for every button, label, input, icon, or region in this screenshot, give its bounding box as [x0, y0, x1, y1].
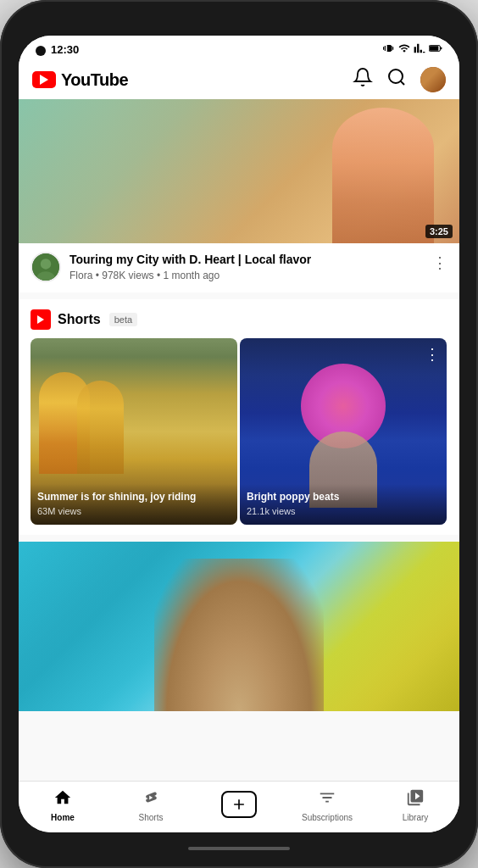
shorts-grid: Summer is for shining, joy riding 63M vi…	[19, 338, 459, 525]
short-2-views: 21.1k views	[247, 506, 440, 516]
svg-rect-1	[440, 47, 442, 50]
yt-logo-text: YouTube	[61, 70, 128, 90]
video-card[interactable]: 3:25 Touring my City with D. Heart | Loc…	[19, 99, 459, 292]
phone-frame: 12:30 YouTube	[0, 0, 478, 868]
camera-notch	[36, 46, 46, 56]
home-indicator	[188, 847, 290, 850]
short-card-1[interactable]: Summer is for shining, joy riding 63M vi…	[31, 338, 237, 525]
app-header: YouTube	[19, 60, 459, 99]
phone-screen: 12:30 YouTube	[19, 36, 459, 832]
shorts-label: Shorts	[139, 813, 164, 822]
vibrate-icon	[383, 42, 395, 57]
svg-point-3	[389, 70, 403, 83]
library-icon	[406, 788, 425, 810]
subscriptions-label: Subscriptions	[302, 813, 353, 822]
large-thumb-person	[154, 559, 324, 711]
video-title: Touring my City with D. Heart | Local fl…	[69, 252, 424, 267]
short-2-title: Bright poppy beats	[247, 491, 440, 504]
video-age: 1 month ago	[164, 270, 220, 281]
phone-bottom	[188, 832, 290, 865]
view-count: 978K views	[102, 270, 153, 281]
svg-rect-2	[430, 46, 439, 50]
short-2-overlay: Bright poppy beats 21.1k views	[240, 484, 447, 525]
separator-2: •	[157, 270, 164, 281]
short-1-overlay: Summer is for shining, joy riding 63M vi…	[31, 484, 237, 525]
channel-name: Flora	[69, 270, 92, 281]
yt-logo: YouTube	[32, 70, 353, 90]
notification-button[interactable]	[353, 67, 373, 92]
shorts-beta: beta	[109, 313, 137, 326]
avatar-image	[420, 67, 446, 92]
nav-subscriptions[interactable]: Subscriptions	[283, 788, 371, 822]
shorts-header: Shorts beta	[19, 299, 459, 338]
create-button[interactable]	[221, 791, 257, 818]
status-icons	[383, 42, 442, 57]
subscriptions-icon	[318, 788, 336, 810]
scroll-content[interactable]: 3:25 Touring my City with D. Heart | Loc…	[19, 99, 459, 781]
video-details: Touring my City with D. Heart | Local fl…	[69, 252, 424, 282]
video-info: Touring my City with D. Heart | Local fl…	[19, 243, 459, 292]
svg-point-5	[41, 259, 51, 269]
video-duration: 3:25	[425, 225, 453, 238]
youtube-icon	[32, 71, 56, 88]
short-1-views: 63M views	[37, 506, 231, 516]
status-time: 12:30	[51, 43, 79, 56]
shorts-section: Shorts beta Summer is for shining, joy r…	[19, 299, 459, 535]
status-bar: 12:30	[19, 36, 459, 60]
shorts-icon	[31, 309, 51, 330]
short-1-title: Summer is for shining, joy riding	[37, 491, 231, 504]
shorts-nav-icon	[142, 788, 160, 810]
short-2-more[interactable]: ⋮	[425, 345, 440, 364]
video-more-button[interactable]: ⋮	[432, 252, 447, 272]
bottom-nav: Home Shorts Subscriptions	[19, 781, 459, 832]
library-label: Library	[403, 813, 429, 822]
large-video-card[interactable]	[19, 542, 459, 711]
video-meta: Flora • 978K views • 1 month ago	[69, 270, 424, 281]
home-label: Home	[51, 813, 75, 822]
nav-shorts[interactable]: Shorts	[107, 788, 195, 822]
channel-avatar[interactable]	[31, 252, 61, 282]
home-icon	[53, 788, 72, 810]
wifi-icon	[398, 42, 410, 57]
signal-icon	[414, 42, 425, 57]
header-actions	[353, 67, 446, 92]
nav-home[interactable]: Home	[19, 788, 107, 822]
user-avatar[interactable]	[420, 67, 446, 92]
nav-library[interactable]: Library	[371, 788, 459, 822]
short-card-2[interactable]: ⋮ Bright poppy beats 21.1k views	[240, 338, 447, 525]
nav-create[interactable]	[195, 791, 283, 821]
battery-icon	[429, 43, 442, 56]
video-thumbnail[interactable]: 3:25	[19, 99, 459, 243]
thumbnail-figure	[332, 108, 434, 243]
shorts-title: Shorts	[58, 312, 101, 327]
search-button[interactable]	[386, 67, 407, 92]
large-thumbnail[interactable]	[19, 542, 459, 711]
